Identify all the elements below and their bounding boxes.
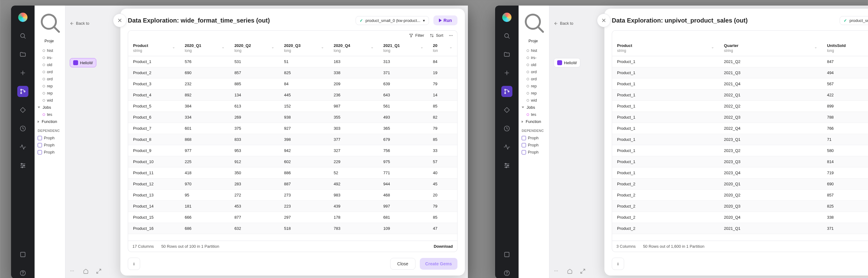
table-row[interactable]: Product_22020_Q4338 <box>612 212 868 223</box>
download-button[interactable]: Download <box>434 244 453 249</box>
table-row[interactable]: Product_12021_Q2847 <box>612 56 868 67</box>
folder-icon[interactable] <box>501 49 513 60</box>
more-icon[interactable]: ⋯ <box>553 267 561 276</box>
home-icon[interactable] <box>565 267 574 276</box>
tree-item[interactable]: rep <box>38 90 62 97</box>
tree-item[interactable]: rep <box>38 82 62 90</box>
info-button[interactable]: i <box>128 258 140 270</box>
help-icon[interactable] <box>501 268 513 278</box>
column-header[interactable]: 2020_Q3⌄long <box>279 40 329 56</box>
more-icon[interactable]: ⋯ <box>68 267 77 276</box>
table-row[interactable]: Product_269085782533837119 <box>128 67 457 79</box>
tree-item[interactable]: rep <box>522 82 546 90</box>
tree-item[interactable]: ord <box>522 75 546 82</box>
table-row[interactable]: Product_12021_Q4567 <box>612 79 868 90</box>
back-link[interactable]: Back to <box>554 21 573 26</box>
table-row[interactable]: Product_12021_Q3494 <box>612 67 868 79</box>
table-row[interactable]: Product_760137592730336579 <box>128 123 457 134</box>
tree-item[interactable]: ord <box>522 68 546 75</box>
table-row[interactable]: Product_15765315116331384 <box>128 56 457 67</box>
sort-button[interactable]: Sort <box>430 33 443 38</box>
fabric-dropdown[interactable]: ✓ product_small_0 (kw-product... ▾ <box>840 16 868 25</box>
plus-icon[interactable] <box>17 67 28 79</box>
table-row[interactable]: Product_12023_Q3814 <box>612 156 868 167</box>
job-item[interactable]: tes <box>38 111 62 118</box>
table-row[interactable]: Product_32328858420963979 <box>128 79 457 90</box>
diamond-icon[interactable] <box>501 104 513 115</box>
table-row[interactable]: Product_538461315298756185 <box>128 101 457 112</box>
table-row[interactable]: Product_1297028388749294445 <box>128 178 457 190</box>
table-row[interactable]: Product_12023_Q2580 <box>612 145 868 156</box>
sliders-icon[interactable] <box>501 160 513 171</box>
table-row[interactable]: Product_12022_Q1422 <box>612 90 868 101</box>
pulse-icon[interactable] <box>17 141 28 152</box>
info-button[interactable]: i <box>612 258 624 270</box>
table-row[interactable]: Product_22020_Q2857 <box>612 190 868 201</box>
dependency-item[interactable]: Proph <box>38 134 62 141</box>
table-row[interactable]: Product_1022591260222997557 <box>128 156 457 167</box>
table-row[interactable]: Product_1418145322343999779 <box>128 201 457 212</box>
project-label[interactable]: Proje <box>44 38 62 43</box>
jobs-section[interactable]: Jobs <box>38 104 62 111</box>
folder-icon[interactable] <box>17 49 28 60</box>
dependency-item[interactable]: Proph <box>522 148 546 156</box>
sidebar-search[interactable] <box>522 10 546 35</box>
dependency-item[interactable]: Proph <box>522 141 546 148</box>
column-header[interactable]: 2020_Q2⌄long <box>229 40 279 56</box>
job-item[interactable]: tes <box>522 111 546 118</box>
close-button[interactable]: Close <box>390 258 415 270</box>
table-row[interactable]: Product_886883339837767985 <box>128 134 457 145</box>
table-row[interactable]: Product_114183508865277140 <box>128 167 457 178</box>
table-row[interactable]: Product_997795394232775633 <box>128 145 457 156</box>
help-icon[interactable] <box>17 268 28 278</box>
dependency-item[interactable]: Proph <box>522 134 546 141</box>
search-icon[interactable] <box>501 30 513 41</box>
fabric-dropdown[interactable]: ✓ product_small_0 (kw-product... ▾ <box>355 16 429 25</box>
back-link[interactable]: Back to <box>70 21 89 26</box>
column-header[interactable]: 2021_Q1⌄long <box>378 40 428 56</box>
column-header[interactable]: Product⌄string <box>612 40 719 56</box>
tree-item[interactable]: hist <box>522 47 546 54</box>
node-chip[interactable]: HelloW <box>70 58 96 67</box>
search-icon[interactable] <box>17 30 28 41</box>
tree-item[interactable]: irs- <box>38 54 62 61</box>
home-icon[interactable] <box>82 267 90 276</box>
column-header[interactable]: 20⌄lon <box>428 40 457 56</box>
more-button[interactable]: ⋯ <box>449 33 454 38</box>
dependency-item[interactable]: Proph <box>38 141 62 148</box>
close-modal-button[interactable] <box>597 13 611 27</box>
tree-item[interactable]: ord <box>38 68 62 75</box>
functions-section[interactable]: Function <box>38 118 62 125</box>
tree-item[interactable]: wid <box>38 97 62 104</box>
plus-icon[interactable] <box>501 67 513 79</box>
create-gems-button[interactable]: Create Gems <box>420 258 458 270</box>
clock-icon[interactable] <box>501 123 513 134</box>
table-row[interactable]: Product_12022_Q2899 <box>612 101 868 112</box>
branch-icon[interactable] <box>17 86 28 97</box>
data-table[interactable]: Product⌄string2020_Q1⌄long2020_Q2⌄long20… <box>128 40 458 241</box>
expand-icon[interactable] <box>579 267 587 276</box>
tree-item[interactable]: rep <box>522 90 546 97</box>
filter-button[interactable]: Filter <box>409 33 424 38</box>
table-row[interactable]: Product_12022_Q3788 <box>612 112 868 123</box>
tree-item[interactable]: old <box>38 61 62 68</box>
table-row[interactable]: Product_12023_Q171 <box>612 134 868 145</box>
table-row[interactable]: Product_1566687729717868185 <box>128 212 457 223</box>
table-row[interactable]: Product_22020_Q1690 <box>612 178 868 190</box>
table-row[interactable]: Product_1668663251878310947 <box>128 223 457 234</box>
column-header[interactable]: UnitsSold⌄long <box>822 40 868 56</box>
tree-item[interactable]: old <box>522 61 546 68</box>
tree-item[interactable]: hist <box>38 47 62 54</box>
close-modal-button[interactable] <box>113 13 127 27</box>
tree-item[interactable]: irs- <box>522 54 546 61</box>
node-chip[interactable]: HelloW <box>554 58 580 67</box>
column-header[interactable]: Product⌄string <box>128 40 180 56</box>
expand-icon[interactable] <box>94 267 103 276</box>
table-row[interactable]: Product_489213444523664314 <box>128 90 457 101</box>
functions-section[interactable]: Function <box>522 118 546 125</box>
column-header[interactable]: 2020_Q1⌄long <box>180 40 230 56</box>
box-icon[interactable] <box>501 249 513 260</box>
column-header[interactable]: 2020_Q4⌄long <box>329 40 378 56</box>
table-row[interactable]: Product_139527227398346820 <box>128 190 457 201</box>
table-row[interactable]: Product_12023_Q4719 <box>612 167 868 178</box>
